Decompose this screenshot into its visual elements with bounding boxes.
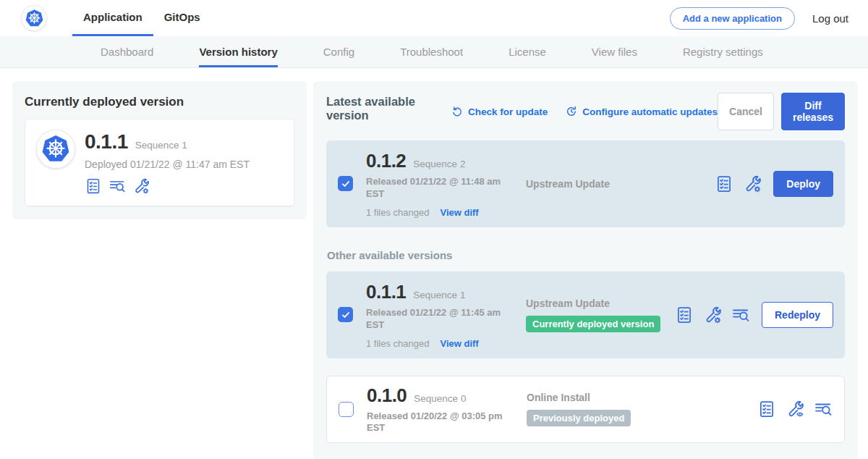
released-timestamp: Released 01/21/22 @ 11:48 am EST (366, 176, 514, 201)
preflight-checklist-icon[interactable] (85, 177, 102, 195)
file-search-icon[interactable] (109, 177, 126, 195)
main-content: Currently deployed version 0.1.1 Sequenc… (0, 68, 868, 459)
source-label: Online Install (527, 392, 631, 403)
version-checkbox[interactable] (339, 402, 354, 417)
app-icon-badge (37, 130, 75, 168)
sequence-label: Sequence 2 (413, 159, 465, 169)
diff-actions: Cancel Diff releases (718, 93, 845, 130)
version-checkbox[interactable] (338, 307, 353, 322)
check-icon (341, 179, 351, 189)
version-source: Upstream Update Currently deployed versi… (526, 298, 660, 332)
config-wrench-gear-icon[interactable] (132, 177, 150, 195)
logout-link[interactable]: Log out (812, 12, 848, 25)
deployed-actions (85, 177, 250, 195)
view-diff-link[interactable]: View diff (440, 207, 478, 218)
config-wrench-eye-icon[interactable] (786, 400, 804, 418)
version-number: 0.1.2 (366, 150, 406, 172)
version-actions: Redeploy (675, 302, 833, 328)
version-card-0-1-0: 0.1.0 Sequence 0 Released 01/20/22 @ 03:… (326, 376, 845, 444)
update-links: Check for update Configure automatic upd… (451, 105, 718, 118)
sequence-label: Sequence 1 (413, 290, 465, 300)
check-for-update-link[interactable]: Check for update (451, 105, 548, 118)
other-available-versions-title: Other available versions (327, 249, 845, 261)
clock-refresh-icon (565, 105, 578, 118)
deployed-sequence-label: Sequence 1 (135, 140, 187, 151)
app-logo[interactable] (22, 6, 46, 30)
preflight-checklist-icon[interactable] (757, 400, 776, 418)
file-search-icon[interactable] (731, 306, 750, 324)
deployed-version-number: 0.1.1 (85, 130, 128, 153)
deploy-button[interactable]: Deploy (773, 171, 833, 197)
app-subnav: Dashboard Version history Config Trouble… (0, 36, 868, 68)
previously-deployed-badge: Previously deployed (527, 410, 631, 426)
config-wrench-gear-icon[interactable] (743, 174, 762, 193)
currently-deployed-badge: Currently deployed version (526, 316, 660, 332)
released-timestamp: Released 01/21/22 @ 11:45 am EST (366, 307, 514, 332)
refresh-icon (451, 105, 464, 118)
subnav-tab-version-history[interactable]: Version history (199, 36, 277, 67)
latest-available-title: Latest available version (326, 95, 442, 122)
diff-releases-button[interactable]: Diff releases (781, 93, 845, 130)
deployed-timestamp: Deployed 01/21/22 @ 11:47 am EST (85, 159, 250, 170)
subnav-tab-dashboard[interactable]: Dashboard (101, 36, 153, 67)
currently-deployed-title: Currently deployed version (25, 95, 294, 109)
preflight-checklist-icon[interactable] (675, 306, 694, 324)
view-diff-link[interactable]: View diff (440, 338, 478, 349)
version-number: 0.1.0 (367, 384, 407, 407)
version-source: Upstream Update (526, 178, 610, 190)
top-nav-tabs: Application GitOps (72, 0, 211, 36)
configure-automatic-updates-label: Configure automatic updates (582, 106, 718, 117)
tab-gitops-label: GitOps (164, 11, 200, 23)
version-checkbox[interactable] (338, 176, 353, 191)
version-actions (757, 400, 833, 418)
subnav-tab-config[interactable]: Config (323, 36, 354, 67)
configure-automatic-updates-link[interactable]: Configure automatic updates (565, 105, 718, 118)
subnav-tab-troubleshoot[interactable]: Troubleshoot (400, 36, 463, 67)
top-nav-right: Add a new application Log out (670, 0, 848, 36)
version-number: 0.1.1 (366, 281, 406, 303)
released-timestamp: Released 01/20/22 @ 03:05 pm EST (367, 410, 515, 435)
source-label: Upstream Update (526, 298, 660, 309)
subnav-tab-license[interactable]: License (509, 36, 546, 67)
kubernetes-logo-icon (41, 134, 71, 164)
top-nav: Application GitOps Add a new application… (0, 0, 868, 36)
check-for-update-label: Check for update (468, 106, 548, 117)
version-card-0-1-1: 0.1.1 Sequence 1 Released 01/21/22 @ 11:… (326, 271, 845, 358)
version-info: 0.1.2 Sequence 2 Released 01/21/22 @ 11:… (366, 150, 526, 218)
sequence-label: Sequence 0 (414, 393, 466, 404)
files-changed-label: 1 files changed (366, 207, 429, 218)
redeploy-button[interactable]: Redeploy (762, 302, 833, 328)
subnav-tab-registry-settings[interactable]: Registry settings (683, 36, 763, 67)
available-versions-panel: Latest available version Check for updat… (313, 81, 858, 459)
tab-application-label: Application (83, 11, 142, 23)
preflight-checklist-icon[interactable] (715, 174, 733, 193)
add-new-application-button[interactable]: Add a new application (670, 7, 795, 30)
check-icon (341, 310, 351, 320)
version-actions: Deploy (715, 171, 833, 197)
version-source: Online Install Previously deployed (527, 392, 631, 426)
deployed-version-card: 0.1.1 Sequence 1 Deployed 01/21/22 @ 11:… (25, 119, 294, 206)
tab-application[interactable]: Application (72, 0, 153, 36)
versions-panel-header: Latest available version Check for updat… (326, 93, 845, 130)
subnav-tab-view-files[interactable]: View files (592, 36, 637, 67)
kubernetes-logo-icon (25, 9, 44, 28)
config-wrench-gear-icon[interactable] (703, 306, 722, 324)
version-info: 0.1.1 Sequence 1 Released 01/21/22 @ 11:… (366, 281, 526, 349)
deployed-version-info: 0.1.1 Sequence 1 Deployed 01/21/22 @ 11:… (85, 130, 250, 195)
version-card-0-1-2: 0.1.2 Sequence 2 Released 01/21/22 @ 11:… (326, 140, 845, 227)
files-changed-label: 1 files changed (366, 338, 429, 349)
file-search-icon[interactable] (814, 400, 833, 418)
tab-gitops[interactable]: GitOps (153, 0, 211, 36)
currently-deployed-panel: Currently deployed version 0.1.1 Sequenc… (12, 81, 307, 219)
source-label: Upstream Update (526, 178, 610, 190)
cancel-button[interactable]: Cancel (718, 93, 774, 130)
version-info: 0.1.0 Sequence 0 Released 01/20/22 @ 03:… (367, 384, 527, 435)
